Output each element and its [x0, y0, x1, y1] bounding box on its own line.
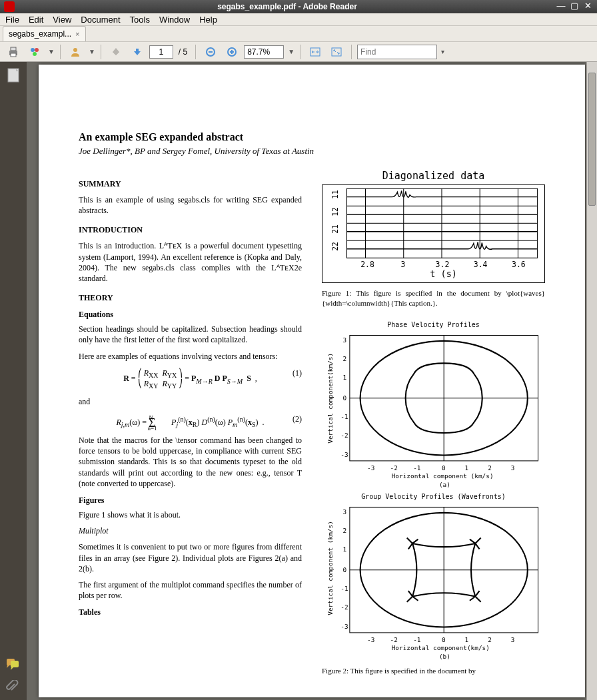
page-number-input[interactable]: [149, 45, 173, 59]
find-input[interactable]: [357, 45, 437, 59]
tables-heading: Tables: [79, 607, 302, 617]
fig2b-title: Group Velocity Profiles (Wavefronts): [322, 493, 545, 500]
svg-text:1: 1: [465, 636, 469, 643]
find-dropdown-icon[interactable]: ▾: [441, 48, 444, 55]
theory-heading: THEORY: [79, 293, 302, 303]
svg-text:-1: -1: [340, 413, 348, 420]
fit-width-button[interactable]: [306, 43, 324, 61]
svg-text:3: 3: [342, 508, 346, 516]
svg-text:3: 3: [511, 464, 515, 472]
tabbar: segabs_exampl... ×: [0, 26, 597, 42]
svg-text:Horizontal component(km/s): Horizontal component(km/s): [392, 644, 490, 651]
figure-2a-chart: -3-2-1 0123 321 0-1-2-3 Horizontal compo…: [322, 328, 545, 489]
scrollbar-thumb[interactable]: [588, 73, 596, 206]
svg-text:t (s): t (s): [430, 268, 457, 279]
combine-dropdown-icon[interactable]: ▼: [48, 48, 55, 55]
svg-rect-13: [332, 48, 341, 56]
document-viewer[interactable]: An example SEG expanded abstract Joe Del…: [27, 62, 597, 700]
svg-text:2: 2: [342, 356, 346, 363]
page-total-label: / 5: [179, 47, 187, 57]
svg-text:-1: -1: [413, 464, 421, 472]
tab-label: segabs_exampl...: [9, 29, 71, 39]
svg-text:Vertical component(km/s): Vertical component(km/s): [326, 353, 334, 444]
paper-authors: Joe Dellinger*, BP and Sergey Fomel, Uni…: [79, 146, 545, 157]
svg-text:(a): (a): [439, 481, 450, 488]
print-button[interactable]: [4, 43, 23, 61]
close-window-button[interactable]: ✕: [582, 1, 593, 12]
svg-text:Vertical component (km/s): Vertical component (km/s): [326, 521, 334, 615]
menu-help[interactable]: Help: [199, 15, 217, 25]
attachments-panel-button[interactable]: [5, 680, 20, 695]
menu-document[interactable]: Document: [81, 15, 120, 25]
equations-heading: Equations: [79, 310, 302, 320]
svg-text:(b): (b): [439, 653, 450, 660]
window-title: segabs_example.pdf - Adobe Reader: [19, 2, 556, 11]
svg-text:0: 0: [442, 636, 446, 643]
multiplot-p2: The first argument of the multiplot comm…: [79, 579, 302, 601]
menu-window[interactable]: Window: [159, 15, 190, 25]
svg-point-6: [73, 48, 77, 52]
zoom-out-button[interactable]: [201, 43, 220, 61]
svg-text:3: 3: [401, 260, 406, 269]
svg-text:-3: -3: [367, 464, 374, 472]
fig2a-title: Phase Velocity Profiles: [322, 321, 545, 328]
tensor-note: Note that the macros for the \tensor com…: [79, 435, 302, 489]
svg-text:0: 0: [342, 566, 346, 573]
svg-text:22: 22: [330, 242, 340, 251]
equations-p2: Here are examples of equations involving…: [79, 351, 302, 362]
equation-2: Rj,m(ω) = Σn=1N Pj(n)(xR) D(n)(ω) Pm(n)(…: [79, 414, 302, 428]
tab-close-icon[interactable]: ×: [75, 30, 79, 38]
svg-text:2.8: 2.8: [360, 260, 374, 269]
figures-heading: Figures: [79, 496, 302, 506]
svg-text:-3: -3: [367, 636, 374, 643]
svg-text:2: 2: [342, 527, 346, 534]
pages-panel-button[interactable]: [5, 67, 21, 83]
figure-2b-chart: -3-2-1 0123 321 0-1-2-3 Horizontal compo…: [322, 500, 545, 661]
svg-text:3.2: 3.2: [436, 260, 450, 269]
svg-text:-2: -2: [390, 464, 398, 472]
svg-point-5: [33, 52, 37, 56]
comments-panel-button[interactable]: [5, 659, 20, 673]
fit-page-button[interactable]: [327, 43, 346, 61]
svg-text:-2: -2: [340, 432, 348, 440]
svg-rect-1: [11, 47, 16, 51]
svg-text:21: 21: [330, 224, 340, 234]
and-text: and: [79, 396, 302, 407]
fig1-title: Diagonalized data: [322, 170, 545, 182]
menu-tools[interactable]: Tools: [130, 15, 150, 25]
paper-title: An example SEG expanded abstract: [79, 131, 545, 143]
svg-text:-2: -2: [340, 604, 348, 611]
vertical-scrollbar[interactable]: [586, 62, 597, 700]
document-tab[interactable]: segabs_exampl... ×: [3, 26, 86, 41]
svg-rect-2: [11, 53, 16, 57]
summary-text: This is an example of using segabs.cls f…: [79, 194, 302, 216]
intro-heading: INTRODUCTION: [79, 225, 302, 235]
figure-1-chart: 11 12 21 22 2.83 3.23.43.6 t (s): [322, 184, 545, 283]
svg-text:3.6: 3.6: [512, 260, 526, 269]
svg-text:-2: -2: [390, 636, 398, 643]
collaborate-dropdown-icon[interactable]: ▼: [89, 48, 95, 55]
zoom-dropdown-icon[interactable]: ▼: [288, 48, 295, 55]
equations-p1: Section headings should be capitalized. …: [79, 324, 302, 345]
maximize-button[interactable]: ▢: [569, 1, 580, 12]
zoom-level-input[interactable]: [244, 45, 284, 59]
fig1-caption: Figure 1: This figure is specified in th…: [322, 288, 545, 308]
svg-text:0: 0: [442, 464, 446, 472]
svg-point-4: [35, 48, 39, 52]
minimize-button[interactable]: —: [556, 1, 566, 12]
combine-button[interactable]: [25, 43, 44, 61]
summary-heading: SUMMARY: [79, 179, 302, 189]
pdf-page: An example SEG expanded abstract Joe Del…: [39, 65, 585, 697]
svg-text:1: 1: [342, 374, 346, 382]
menu-view[interactable]: View: [53, 15, 71, 25]
zoom-in-button[interactable]: [223, 43, 241, 61]
menubar: File Edit View Document Tools Window Hel…: [0, 13, 597, 27]
svg-text:Horizontal component (km/s): Horizontal component (km/s): [392, 472, 494, 480]
next-page-button[interactable]: [128, 43, 147, 61]
svg-text:-3: -3: [340, 451, 348, 458]
menu-file[interactable]: File: [5, 15, 19, 25]
collaborate-button[interactable]: [66, 43, 85, 61]
fig2-caption: Figure 2: This figure is specified in th…: [322, 666, 545, 676]
menu-edit[interactable]: Edit: [29, 15, 43, 25]
prev-page-button[interactable]: [107, 43, 125, 61]
